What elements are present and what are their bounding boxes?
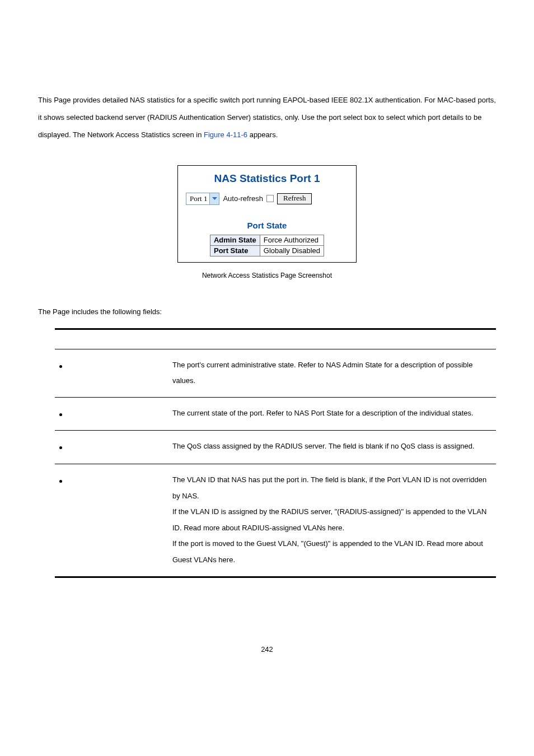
chevron-down-icon[interactable] bbox=[209, 193, 219, 204]
auto-refresh-checkbox[interactable] bbox=[266, 195, 274, 202]
fields-lead: The Page includes the following fields: bbox=[38, 307, 496, 316]
screenshot-title: NAS Statistics Port 1 bbox=[184, 172, 350, 185]
port-select-value: Port 1 bbox=[186, 194, 209, 203]
description-cell: The current state of the port. Refer to … bbox=[172, 397, 496, 431]
port-state-value: Globally Disabled bbox=[260, 245, 324, 256]
table-row: Port State Globally Disabled bbox=[210, 245, 324, 256]
port-state-label: Port State bbox=[210, 245, 260, 256]
bullet-icon bbox=[59, 413, 62, 416]
port-state-heading: Port State bbox=[184, 221, 350, 230]
refresh-button[interactable]: Refresh bbox=[277, 193, 312, 204]
table-row: The port's current administrative state.… bbox=[55, 349, 496, 397]
fields-table: The port's current administrative state.… bbox=[55, 328, 496, 578]
description-cell: The port's current administrative state.… bbox=[172, 349, 496, 397]
object-header bbox=[55, 329, 172, 349]
port-state-label: Admin State bbox=[210, 235, 260, 245]
intro-paragraph: This Page provides detailed NAS statisti… bbox=[38, 91, 496, 144]
description-cell: The QoS class assigned by the RADIUS ser… bbox=[172, 431, 496, 464]
figure-reference: Figure 4-11-6 bbox=[204, 130, 247, 139]
svg-marker-0 bbox=[212, 197, 217, 200]
fields-header-row bbox=[55, 329, 496, 349]
table-row: The VLAN ID that NAS has put the port in… bbox=[55, 464, 496, 577]
object-cell bbox=[55, 464, 172, 577]
object-cell bbox=[55, 397, 172, 431]
bullet-icon bbox=[59, 365, 62, 368]
object-cell bbox=[55, 349, 172, 397]
page-number: 242 bbox=[38, 645, 496, 654]
auto-refresh-label: Auto-refresh bbox=[223, 194, 263, 203]
description-header bbox=[172, 329, 496, 349]
nas-statistics-screenshot: NAS Statistics Port 1 Port 1 Auto-refres… bbox=[177, 165, 357, 263]
intro-post: appears. bbox=[247, 130, 278, 139]
description-cell: The VLAN ID that NAS has put the port in… bbox=[172, 464, 496, 577]
port-state-table: Admin State Force Authorized Port State … bbox=[210, 235, 324, 256]
table-row: The current state of the port. Refer to … bbox=[55, 397, 496, 431]
port-state-value: Force Authorized bbox=[260, 235, 324, 245]
object-cell bbox=[55, 431, 172, 464]
screenshot-caption: Network Access Statistics Page Screensho… bbox=[177, 272, 357, 279]
table-row: The QoS class assigned by the RADIUS ser… bbox=[55, 431, 496, 464]
port-select[interactable]: Port 1 bbox=[186, 193, 219, 205]
bullet-icon bbox=[59, 480, 62, 483]
table-row: Admin State Force Authorized bbox=[210, 235, 324, 245]
bullet-icon bbox=[59, 446, 62, 449]
